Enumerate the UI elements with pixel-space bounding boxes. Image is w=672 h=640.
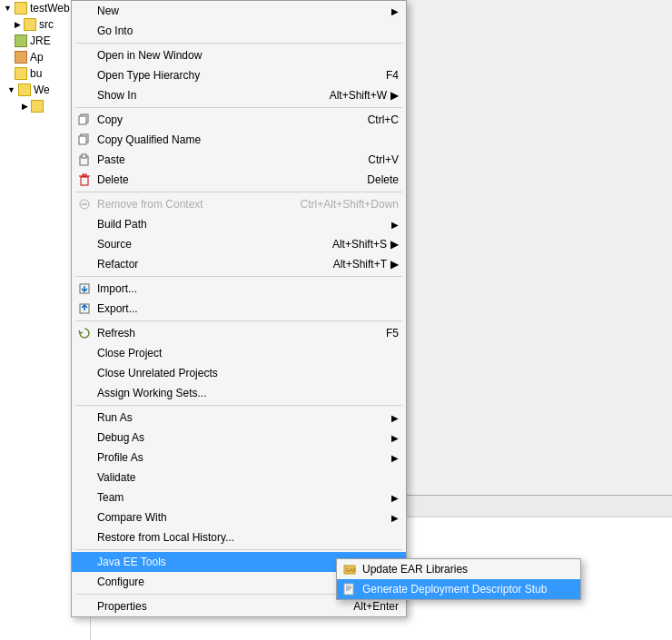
menu-item-open-type-hierarchy[interactable]: Open Type Hierarchy F4 bbox=[72, 65, 406, 85]
shortcut-source: Alt+Shift+S bbox=[314, 238, 387, 251]
arrow-profile-as: ▶ bbox=[373, 453, 399, 463]
separator-6 bbox=[75, 405, 402, 406]
svg-rect-5 bbox=[82, 154, 86, 158]
menu-item-profile-as[interactable]: Profile As ▶ bbox=[72, 448, 406, 468]
svg-rect-6 bbox=[81, 177, 88, 185]
menu-item-open-new-window[interactable]: Open in New Window bbox=[72, 45, 406, 65]
remove-icon bbox=[77, 197, 92, 212]
submenu-item-update-ear[interactable]: EAR Update EAR Libraries bbox=[337, 559, 580, 579]
menu-item-copy-qualified[interactable]: Copy Qualified Name bbox=[72, 130, 406, 150]
menu-item-refactor[interactable]: Refactor Alt+Shift+T ▶ bbox=[72, 254, 406, 274]
menu-item-team[interactable]: Team ▶ bbox=[72, 487, 406, 507]
shortcut-delete: Delete bbox=[349, 173, 399, 186]
svg-rect-8 bbox=[83, 174, 86, 176]
arrow-debug-as: ▶ bbox=[373, 433, 399, 443]
shortcut-refactor: Alt+Shift+T bbox=[315, 258, 387, 271]
shortcut-paste: Ctrl+V bbox=[350, 153, 399, 166]
submenu-item-generate-descriptor[interactable]: Generate Deployment Descriptor Stub bbox=[337, 579, 580, 599]
separator-5 bbox=[75, 320, 402, 321]
separator-1 bbox=[75, 43, 402, 44]
arrow-refactor: ▶ bbox=[387, 258, 399, 271]
shortcut-copy: Ctrl+C bbox=[350, 113, 399, 126]
menu-item-build-path[interactable]: Build Path ▶ bbox=[72, 214, 406, 234]
svg-text:EAR: EAR bbox=[346, 567, 356, 573]
arrow-compare: ▶ bbox=[373, 513, 399, 523]
menu-item-source[interactable]: Source Alt+Shift+S ▶ bbox=[72, 234, 406, 254]
menu-item-assign-working-sets[interactable]: Assign Working Sets... bbox=[72, 383, 406, 403]
shortcut-show-in: Alt+Shift+W bbox=[311, 89, 387, 102]
menu-item-new[interactable]: New ▶ bbox=[72, 1, 406, 21]
menu-item-show-in[interactable]: Show In Alt+Shift+W ▶ bbox=[72, 85, 406, 105]
menu-item-restore-local[interactable]: Restore from Local History... bbox=[72, 527, 406, 547]
separator-7 bbox=[75, 549, 402, 550]
menu-item-close-project[interactable]: Close Project bbox=[72, 343, 406, 363]
arrow-team: ▶ bbox=[373, 493, 399, 503]
ear-icon: EAR bbox=[342, 562, 357, 576]
menu-item-paste[interactable]: Paste Ctrl+V bbox=[72, 150, 406, 170]
descriptor-icon bbox=[342, 582, 357, 596]
shortcut-refresh: F5 bbox=[368, 327, 399, 340]
menu-item-debug-as[interactable]: Debug As ▶ bbox=[72, 428, 406, 448]
menu-item-refresh[interactable]: Refresh F5 bbox=[72, 323, 406, 343]
menu-item-validate[interactable]: Validate bbox=[72, 468, 406, 487]
export-icon bbox=[77, 301, 92, 316]
svg-rect-3 bbox=[79, 136, 86, 144]
separator-4 bbox=[75, 276, 402, 277]
menu-item-copy[interactable]: Copy Ctrl+C bbox=[72, 110, 406, 130]
paste-icon bbox=[77, 153, 92, 167]
menu-item-import[interactable]: Import... bbox=[72, 279, 406, 299]
arrow-run-as: ▶ bbox=[373, 413, 399, 423]
arrow-build-path: ▶ bbox=[373, 220, 399, 230]
delete-icon bbox=[77, 172, 92, 187]
separator-3 bbox=[75, 192, 402, 192]
menu-item-run-as[interactable]: Run As ▶ bbox=[72, 408, 406, 428]
arrow-source: ▶ bbox=[387, 238, 399, 251]
import-icon bbox=[77, 281, 92, 296]
copy-icon bbox=[77, 113, 92, 127]
refresh-icon bbox=[77, 326, 92, 340]
copy-qualified-icon bbox=[77, 133, 92, 147]
shortcut-properties: Alt+Enter bbox=[335, 600, 399, 613]
context-menu: New ▶ Go Into Open in New Window Open Ty… bbox=[71, 0, 407, 617]
menu-arrow-new: ▶ bbox=[373, 6, 399, 16]
menu-item-go-into[interactable]: Go Into bbox=[72, 21, 406, 41]
shortcut-f4: F4 bbox=[368, 69, 399, 82]
shortcut-remove: Ctrl+Alt+Shift+Down bbox=[282, 198, 399, 211]
menu-item-compare-with[interactable]: Compare With ▶ bbox=[72, 507, 406, 527]
java-ee-tools-submenu: EAR Update EAR Libraries Generate Deploy… bbox=[336, 558, 581, 600]
svg-rect-17 bbox=[344, 584, 353, 595]
menu-item-remove-from-context: Remove from Context Ctrl+Alt+Shift+Down bbox=[72, 194, 406, 214]
menu-item-export[interactable]: Export... bbox=[72, 299, 406, 319]
separator-2 bbox=[75, 107, 402, 108]
arrow-show-in: ▶ bbox=[387, 89, 399, 102]
svg-rect-1 bbox=[79, 116, 86, 124]
menu-item-close-unrelated[interactable]: Close Unrelated Projects bbox=[72, 363, 406, 383]
menu-item-delete[interactable]: Delete Delete bbox=[72, 170, 406, 190]
